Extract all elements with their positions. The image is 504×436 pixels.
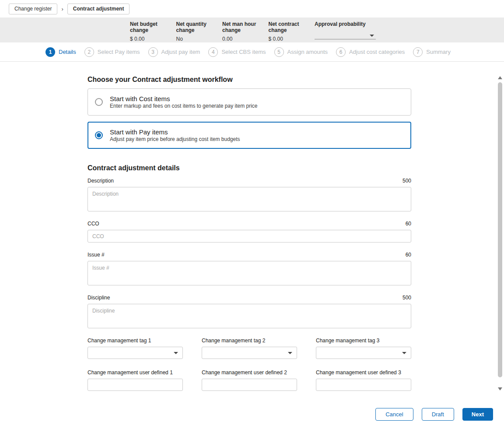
workflow-heading: Choose your Contract adjustment workflow <box>88 76 411 84</box>
step-2-select-pay-items[interactable]: 2 Select Pay items <box>84 47 140 57</box>
issue-textarea[interactable] <box>88 261 411 285</box>
metric-label: Net quantity change <box>176 21 213 33</box>
step-label: Adjust cost categories <box>349 49 405 55</box>
step-number: 7 <box>413 47 423 57</box>
metric-label: Net budget change <box>130 21 167 33</box>
step-number: 3 <box>148 47 158 57</box>
scrollbar-thumb[interactable] <box>498 82 502 377</box>
metric-net-quantity-change: Net quantity change No <box>176 21 223 42</box>
next-button[interactable]: Next <box>462 408 493 421</box>
draft-button[interactable]: Draft <box>422 408 454 421</box>
workflow-option-title: Start with Cost items <box>110 95 258 102</box>
scrollbar-down-arrow-icon[interactable] <box>498 387 502 390</box>
description-field-group: Description 500 <box>88 178 411 211</box>
breadcrumb-change-register[interactable]: Change register <box>9 4 57 14</box>
workflow-option-pay-items[interactable]: Start with Pay items Adjust pay item pri… <box>88 122 411 149</box>
tag-3-label: Change management tag 3 <box>316 338 411 344</box>
workflow-option-description: Enter markup and fees on cost items to g… <box>110 103 258 109</box>
user-defined-2-label: Change management user defined 2 <box>202 369 297 376</box>
discipline-max-count: 500 <box>402 295 411 301</box>
step-number: 2 <box>84 47 94 57</box>
issue-field-group: Issue # 60 <box>88 252 411 285</box>
user-defined-3-input[interactable] <box>316 379 411 391</box>
workflow-option-cost-items[interactable]: Start with Cost items Enter markup and f… <box>88 88 411 116</box>
scrollbar-up-arrow-icon[interactable] <box>498 76 502 79</box>
workflow-option-description: Adjust pay item price before adjusting c… <box>110 136 240 142</box>
tag-2-group: Change management tag 2 <box>202 338 297 359</box>
tag-3-select[interactable] <box>316 347 411 359</box>
step-number: 6 <box>336 47 346 57</box>
metric-label: Net man hour change <box>222 21 259 33</box>
step-4-select-cbs-items[interactable]: 4 Select CBS items <box>208 47 266 57</box>
step-1-details[interactable]: 1 Details <box>46 47 76 57</box>
metric-value: $ 0.00 <box>269 36 315 42</box>
discipline-textarea[interactable] <box>88 304 411 328</box>
description-textarea[interactable] <box>88 187 411 211</box>
metric-net-budget-change: Net budget change $ 0.00 <box>130 21 176 42</box>
user-defined-1-input[interactable] <box>88 379 183 391</box>
cco-label: CCO <box>88 221 99 227</box>
user-defined-2-input[interactable] <box>202 379 297 391</box>
radio-selected-icon[interactable] <box>95 131 103 139</box>
step-5-assign-amounts[interactable]: 5 Assign amounts <box>274 47 328 57</box>
metric-net-man-hour-change: Net man hour change 0.00 <box>222 21 269 42</box>
user-defined-1-group: Change management user defined 1 <box>88 369 183 391</box>
user-defined-row: Change management user defined 1 Change … <box>88 369 411 391</box>
step-7-summary[interactable]: 7 Summary <box>413 47 451 57</box>
summary-bar: Net budget change $ 0.00 Net quantity ch… <box>0 18 504 42</box>
stepper: 1 Details 2 Select Pay items 3 Adjust pa… <box>0 42 504 62</box>
user-defined-2-group: Change management user defined 2 <box>202 369 297 391</box>
tag-2-select[interactable] <box>202 347 297 359</box>
issue-label: Issue # <box>88 252 105 258</box>
step-number: 1 <box>46 47 55 57</box>
description-max-count: 500 <box>402 178 411 184</box>
metric-value: $ 0.00 <box>130 36 176 42</box>
approval-probability-group: Approval probability <box>315 21 380 42</box>
approval-probability-label: Approval probability <box>315 21 380 27</box>
radio-unselected-icon[interactable] <box>95 98 103 106</box>
tag-dropdown-row: Change management tag 1 Change managemen… <box>88 338 411 359</box>
step-3-adjust-pay-item[interactable]: 3 Adjust pay item <box>148 47 200 57</box>
step-6-adjust-cost-categories[interactable]: 6 Adjust cost categories <box>336 47 405 57</box>
vertical-scrollbar <box>497 74 503 392</box>
tag-2-label: Change management tag 2 <box>202 338 297 344</box>
step-label: Select CBS items <box>221 49 266 55</box>
user-defined-3-group: Change management user defined 3 <box>316 369 411 391</box>
breadcrumb-contract-adjustment[interactable]: Contract adjustment <box>67 4 130 14</box>
step-label: Summary <box>426 49 451 55</box>
metric-value: No <box>176 36 223 42</box>
workflow-option-title: Start with Pay items <box>110 128 240 136</box>
chevron-down-icon <box>402 352 406 354</box>
approval-probability-select[interactable] <box>315 32 376 39</box>
chevron-down-icon <box>370 35 374 37</box>
details-heading: Contract adjustment details <box>88 164 411 172</box>
metric-net-contract-change: Net contract change $ 0.00 <box>269 21 315 42</box>
description-label: Description <box>88 178 114 184</box>
step-label: Select Pay items <box>98 49 140 55</box>
cancel-button[interactable]: Cancel <box>375 408 413 421</box>
breadcrumb-separator-icon: › <box>61 6 63 12</box>
user-defined-1-label: Change management user defined 1 <box>88 369 183 376</box>
discipline-field-group: Discipline 500 <box>88 295 411 328</box>
step-label: Adjust pay item <box>161 49 200 55</box>
chevron-down-icon <box>288 352 292 354</box>
tag-1-label: Change management tag 1 <box>88 338 183 344</box>
tag-3-group: Change management tag 3 <box>316 338 411 359</box>
main-content: Choose your Contract adjustment workflow… <box>88 76 411 391</box>
breadcrumb: Change register › Contract adjustment <box>0 0 504 18</box>
step-number: 4 <box>208 47 218 57</box>
cco-max-count: 60 <box>406 221 411 227</box>
metric-label: Net contract change <box>269 21 305 33</box>
tag-1-group: Change management tag 1 <box>88 338 183 359</box>
step-label: Assign amounts <box>287 49 328 55</box>
cco-input[interactable] <box>88 230 411 243</box>
issue-max-count: 60 <box>406 252 411 258</box>
tag-1-select[interactable] <box>88 347 183 359</box>
discipline-label: Discipline <box>88 295 110 301</box>
metric-value: 0.00 <box>222 36 269 42</box>
workflow-option-text: Start with Pay items Adjust pay item pri… <box>110 128 240 142</box>
cco-field-group: CCO 60 <box>88 221 411 243</box>
footer-actions: Cancel Draft Next <box>0 408 504 421</box>
workflow-option-text: Start with Cost items Enter markup and f… <box>110 95 258 109</box>
step-number: 5 <box>274 47 284 57</box>
